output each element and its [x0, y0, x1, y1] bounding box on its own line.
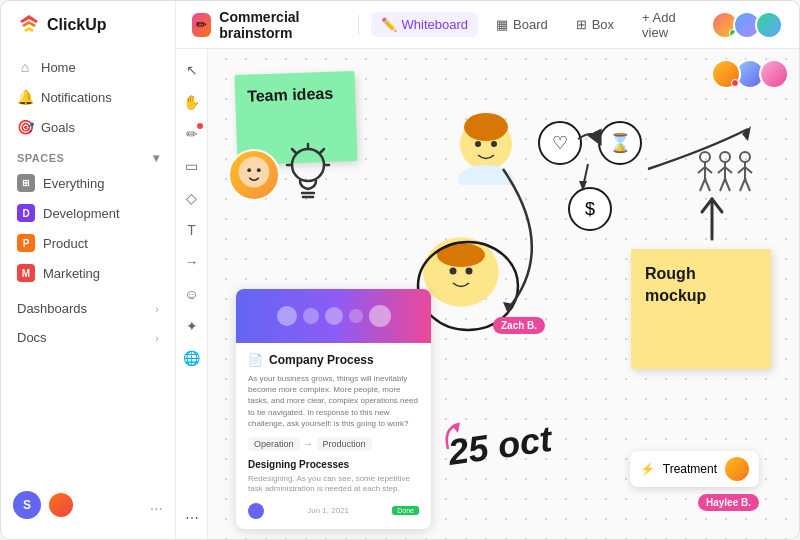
tool-cursor[interactable]: ↖	[179, 57, 205, 83]
svg-line-5	[705, 179, 710, 191]
person-face-1	[228, 149, 280, 201]
card-footer: Jun 1, 2021 Done	[248, 503, 419, 519]
person-2	[448, 99, 524, 185]
main: ✏ Commercial brainstorm ✏️ Whiteboard ▦ …	[176, 1, 799, 539]
tool-pencil[interactable]: ✏	[179, 121, 205, 147]
svg-marker-44	[742, 126, 751, 141]
flow-arrow: →	[304, 439, 313, 449]
svg-point-0	[700, 152, 710, 162]
svg-line-31	[320, 149, 324, 153]
person-avatar-1	[711, 59, 741, 89]
svg-line-3	[705, 167, 712, 173]
sticky-note-yellow: Rough mockup	[631, 249, 771, 369]
sticky-yellow-text: Rough mockup	[645, 265, 706, 304]
tool-dot	[197, 123, 203, 129]
sidebar-item-development[interactable]: D Development	[9, 199, 167, 227]
docs-section[interactable]: Docs ›	[9, 324, 167, 351]
sidebar-item-product[interactable]: P Product	[9, 229, 167, 257]
sidebar-item-home[interactable]: ⌂ Home	[9, 53, 167, 81]
tool-rectangle[interactable]: ▭	[179, 153, 205, 179]
card-fig-3	[325, 307, 343, 325]
svg-line-11	[725, 179, 730, 191]
svg-line-17	[745, 179, 750, 191]
card-title-icon: 📄	[248, 353, 263, 367]
person-avatar-3	[759, 59, 789, 89]
tool-text[interactable]: T	[179, 217, 205, 243]
svg-point-21	[239, 157, 270, 188]
card-body: 📄 Company Process As your business grows…	[236, 343, 431, 529]
tab-box[interactable]: ⊞ Box	[566, 12, 624, 37]
svg-line-15	[745, 167, 752, 173]
canvas: ↖ ✋ ✏ ▭ ◇ T → ☺ ✦ 🌐 ⋯	[176, 49, 799, 539]
user-avatar[interactable]: S	[13, 491, 41, 519]
treatment-card: ⚡ Treatment	[630, 451, 759, 487]
card-subdesc: Redesigning. As you can see, some repeti…	[248, 474, 419, 495]
tab-board[interactable]: ▦ Board	[486, 12, 558, 37]
sidebar-item-marketing[interactable]: M Marketing	[9, 259, 167, 287]
user-photo	[49, 493, 73, 517]
svg-line-30	[292, 149, 296, 153]
haylee-badge: Haylee B.	[698, 494, 759, 511]
spaces-header: Spaces ▾	[1, 141, 175, 169]
sidebar-item-notifications[interactable]: 🔔 Notifications	[9, 83, 167, 111]
breadcrumb-icon: ✏	[192, 13, 211, 37]
tool-hand[interactable]: ✋	[179, 89, 205, 115]
card-fig-4	[349, 309, 363, 323]
svg-line-10	[720, 179, 725, 191]
svg-line-2	[698, 167, 705, 173]
everything-badge: ⊞	[17, 174, 35, 192]
sidebar-item-everything[interactable]: ⊞ Everything	[9, 169, 167, 197]
svg-point-6	[720, 152, 730, 162]
people-group	[711, 59, 789, 89]
spaces-collapse-icon[interactable]: ▾	[153, 151, 160, 165]
lightbulb-sketch	[280, 139, 336, 213]
add-view-button[interactable]: + Add view	[632, 5, 703, 45]
svg-point-38	[450, 268, 457, 275]
dashboards-chevron: ›	[155, 303, 159, 315]
logo-text: ClickUp	[47, 16, 107, 34]
card-fig-2	[303, 308, 319, 324]
footer-dots[interactable]: ...	[150, 496, 163, 514]
treatment-label: Treatment	[663, 462, 717, 476]
spaces-list: ⊞ Everything D Development P Product M M…	[1, 169, 175, 287]
card-date: Jun 1, 2021	[307, 506, 349, 515]
zach-badge: Zach B.	[493, 317, 545, 334]
flow-from: Operation	[248, 437, 300, 451]
card-flow: Operation → Production	[248, 437, 419, 451]
tool-sparkle[interactable]: ✦	[179, 313, 205, 339]
svg-point-36	[458, 165, 514, 185]
card-title: Company Process	[269, 353, 374, 367]
canvas-toolbar: ↖ ✋ ✏ ▭ ◇ T → ☺ ✦ 🌐 ⋯	[176, 49, 208, 539]
tab-whiteboard[interactable]: ✏️ Whiteboard	[371, 12, 478, 37]
card-header	[236, 289, 431, 343]
development-badge: D	[17, 204, 35, 222]
logo[interactable]: ClickUp	[1, 13, 175, 53]
svg-point-35	[491, 141, 497, 147]
tool-emoji[interactable]: ☺	[179, 281, 205, 307]
bell-icon: 🔔	[17, 89, 33, 105]
sidebar-item-goals[interactable]: 🎯 Goals	[9, 113, 167, 141]
product-badge: P	[17, 234, 35, 252]
tool-globe[interactable]: 🌐	[179, 345, 205, 371]
card-subtitle: Designing Processes	[248, 459, 419, 470]
diagram-heart: ♡	[538, 121, 582, 165]
up-arrow-sketch	[697, 194, 727, 251]
card-avatar	[248, 503, 264, 519]
breadcrumb-title: Commercial brainstorm	[219, 9, 345, 41]
svg-point-40	[437, 243, 485, 267]
flow-to: Production	[317, 437, 372, 451]
tool-diamond[interactable]: ◇	[179, 185, 205, 211]
svg-line-4	[700, 179, 705, 191]
tool-more[interactable]: ⋯	[179, 505, 205, 531]
topbar: ✏ Commercial brainstorm ✏️ Whiteboard ▦ …	[176, 1, 799, 49]
svg-point-23	[257, 168, 261, 172]
home-icon: ⌂	[17, 59, 33, 75]
tool-arrow[interactable]: →	[179, 249, 205, 275]
svg-point-22	[247, 168, 251, 172]
dashboards-section[interactable]: Dashboards ›	[9, 295, 167, 322]
svg-line-14	[738, 167, 745, 173]
canvas-content: Team ideas	[208, 49, 799, 539]
treatment-icon: ⚡	[640, 462, 655, 476]
svg-line-9	[725, 167, 732, 173]
topbar-avatar-3	[755, 11, 783, 39]
